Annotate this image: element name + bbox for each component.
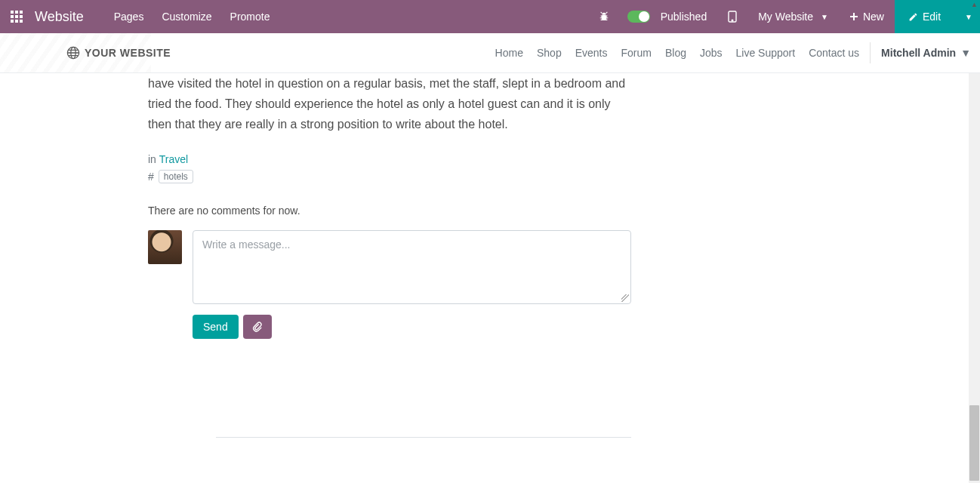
menu-promote[interactable]: Promote bbox=[230, 11, 270, 23]
site-logo-text: YOUR WEBSITE bbox=[85, 47, 171, 59]
site-logo[interactable]: YOUR WEBSITE bbox=[66, 46, 171, 60]
nav-jobs[interactable]: Jobs bbox=[700, 47, 723, 59]
bug-icon bbox=[599, 11, 609, 22]
caret-down-icon: ▼ bbox=[960, 47, 971, 59]
user-menu[interactable]: Mitchell Admin ▼ bbox=[881, 47, 971, 59]
new-label: New bbox=[863, 11, 884, 23]
mobile-preview-button[interactable] bbox=[717, 0, 747, 33]
published-label: Published bbox=[661, 11, 707, 23]
message-placeholder: Write a message... bbox=[202, 238, 290, 251]
menu-customize[interactable]: Customize bbox=[162, 11, 211, 23]
footer-divider bbox=[216, 437, 631, 438]
sysbar-menu: Pages Customize Promote bbox=[114, 11, 270, 23]
nav-separator bbox=[870, 42, 871, 63]
message-input[interactable]: Write a message... bbox=[193, 230, 631, 304]
scrollbar-thumb[interactable] bbox=[969, 405, 979, 481]
system-bar: Website Pages Customize Promote Publishe… bbox=[0, 0, 980, 33]
user-name: Mitchell Admin bbox=[881, 47, 956, 59]
pencil-icon bbox=[908, 12, 918, 22]
category-link[interactable]: Travel bbox=[159, 153, 188, 165]
hash-icon: # bbox=[148, 171, 154, 183]
avatar bbox=[148, 230, 182, 264]
send-button[interactable]: Send bbox=[193, 315, 239, 339]
composer-actions: Send bbox=[193, 315, 631, 339]
sysbar-right: Published My Website ▼ New Edit ▼ bbox=[591, 0, 980, 33]
paperclip-icon bbox=[252, 321, 263, 332]
website-switch[interactable]: My Website ▼ bbox=[747, 0, 839, 33]
menu-pages[interactable]: Pages bbox=[114, 11, 144, 23]
scroll-up-caret[interactable]: ▲ bbox=[971, 1, 978, 8]
brand-label[interactable]: Website bbox=[35, 9, 84, 25]
my-website-label: My Website bbox=[758, 11, 813, 23]
globe-icon bbox=[66, 46, 80, 60]
svg-rect-5 bbox=[20, 15, 23, 18]
mobile-icon bbox=[728, 11, 737, 23]
nav-shop[interactable]: Shop bbox=[537, 47, 562, 59]
edit-button[interactable]: Edit bbox=[895, 0, 954, 33]
new-button[interactable]: New bbox=[839, 0, 895, 33]
edit-label: Edit bbox=[923, 11, 941, 23]
nav-events[interactable]: Events bbox=[575, 47, 608, 59]
nav-live-support[interactable]: Live Support bbox=[736, 47, 796, 59]
nav-home[interactable]: Home bbox=[495, 47, 523, 59]
tag-hotels[interactable]: hotels bbox=[159, 170, 193, 183]
svg-rect-8 bbox=[20, 20, 23, 23]
svg-rect-0 bbox=[11, 11, 14, 14]
plus-icon bbox=[849, 12, 858, 21]
site-navbar: YOUR WEBSITE Home Shop Events Forum Blog… bbox=[0, 33, 980, 73]
no-comments-text: There are no comments for now. bbox=[148, 205, 631, 217]
svg-point-9 bbox=[601, 14, 606, 20]
resize-handle-icon[interactable] bbox=[621, 294, 629, 302]
page-body: have visited the hotel in question on a … bbox=[0, 73, 980, 483]
article-tags: # hotels bbox=[148, 170, 631, 183]
svg-rect-6 bbox=[11, 20, 14, 23]
comment-composer: Write a message... bbox=[148, 230, 631, 304]
debug-button[interactable] bbox=[591, 0, 617, 33]
apps-icon[interactable] bbox=[11, 11, 23, 23]
in-prefix: in bbox=[148, 153, 159, 165]
article-body: have visited the hotel in question on a … bbox=[148, 73, 631, 135]
scrollbar-track[interactable] bbox=[969, 73, 980, 483]
svg-rect-2 bbox=[20, 11, 23, 14]
svg-rect-4 bbox=[15, 15, 18, 18]
svg-rect-7 bbox=[15, 20, 18, 23]
caret-down-icon: ▼ bbox=[965, 13, 972, 21]
publish-toggle[interactable]: Published bbox=[617, 0, 718, 33]
attach-button[interactable] bbox=[243, 315, 272, 339]
nav-contact[interactable]: Contact us bbox=[809, 47, 859, 59]
svg-point-11 bbox=[732, 20, 733, 21]
nav-blog[interactable]: Blog bbox=[665, 47, 686, 59]
toggle-icon bbox=[627, 11, 650, 23]
svg-rect-1 bbox=[15, 11, 18, 14]
article-meta: in Travel bbox=[148, 153, 631, 165]
nav-forum[interactable]: Forum bbox=[621, 47, 651, 59]
svg-rect-3 bbox=[11, 15, 14, 18]
caret-down-icon: ▼ bbox=[821, 13, 828, 21]
site-nav-links: Home Shop Events Forum Blog Jobs Live Su… bbox=[495, 47, 859, 59]
edit-group: Edit ▼ bbox=[895, 0, 980, 33]
